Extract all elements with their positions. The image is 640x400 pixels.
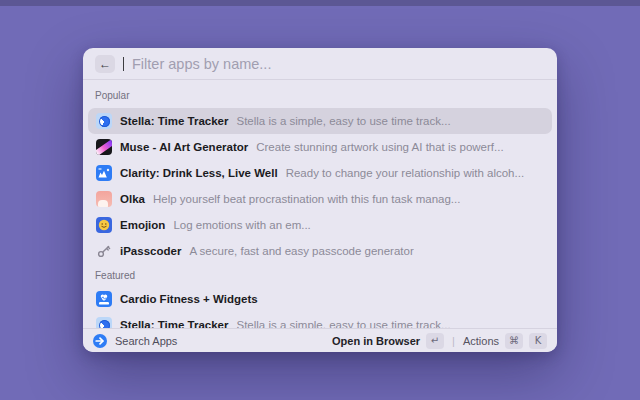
actions-button[interactable]: Actions ⌘ K: [463, 333, 547, 349]
actions-label: Actions: [463, 335, 499, 347]
return-keycap: ↵: [426, 333, 444, 349]
emojion-face-icon: [96, 217, 112, 233]
app-subtitle: Create stunning artwork using AI that is…: [256, 141, 503, 153]
k-keycap: K: [529, 333, 547, 349]
section-label-featured: Featured: [88, 270, 552, 282]
footer-divider: |: [452, 335, 455, 347]
muse-brush-icon: [96, 139, 112, 155]
app-subtitle: Ready to change your relationship with a…: [286, 167, 524, 179]
app-subtitle: Help yourself beat procrastination with …: [153, 193, 460, 205]
olka-mascot-icon: [96, 191, 112, 207]
search-input[interactable]: [132, 56, 545, 72]
desktop-menubar-shadow: [0, 0, 640, 6]
app-title: Muse - AI Art Generator: [120, 141, 248, 153]
clarity-landscape-icon: [96, 165, 112, 181]
app-row-olka[interactable]: Olka Help yourself beat procrastination …: [88, 186, 552, 212]
app-title: Stella: Time Tracker: [120, 115, 228, 127]
open-in-browser-button[interactable]: Open in Browser ↵: [332, 333, 444, 349]
app-title: Olka: [120, 193, 145, 205]
text-caret: [123, 57, 124, 71]
app-row-muse[interactable]: Muse - AI Art Generator Create stunning …: [88, 134, 552, 160]
app-list: Popular Stella: Time Tracker Stella is a…: [83, 81, 557, 352]
stella-clock-icon: [96, 113, 112, 129]
app-title: Clarity: Drink Less, Live Well: [120, 167, 278, 179]
cmd-keycap: ⌘: [505, 333, 523, 349]
window-footer: Search Apps Open in Browser ↵ | Actions …: [83, 328, 557, 352]
app-row-cardio[interactable]: Cardio Fitness + Widgets: [88, 286, 552, 312]
app-row-clarity[interactable]: Clarity: Drink Less, Live Well Ready to …: [88, 160, 552, 186]
app-subtitle: Log emotions with an em...: [173, 219, 310, 231]
app-row-ipasscoder[interactable]: iPasscoder A secure, fast and easy passc…: [88, 238, 552, 264]
open-in-browser-label: Open in Browser: [332, 335, 420, 347]
key-icon: [96, 243, 112, 259]
app-row-stella[interactable]: Stella: Time Tracker Stella is a simple,…: [88, 108, 552, 134]
cardio-heart-icon: [96, 291, 112, 307]
search-apps-icon: [93, 334, 107, 348]
app-title: Cardio Fitness + Widgets: [120, 293, 258, 305]
search-bar: ←: [83, 48, 557, 80]
back-button[interactable]: ←: [95, 55, 115, 73]
section-label-popular: Popular: [88, 90, 552, 102]
app-title: Emojion: [120, 219, 165, 231]
app-launcher-window: ← Popular Stella: Time Tracker Stella is…: [83, 48, 557, 352]
search-apps-label: Search Apps: [115, 335, 177, 347]
app-row-emojion[interactable]: Emojion Log emotions with an em...: [88, 212, 552, 238]
app-subtitle: Stella is a simple, easy to use time tra…: [236, 115, 450, 127]
app-title: iPasscoder: [120, 245, 181, 257]
app-subtitle: A secure, fast and easy passcode generat…: [189, 245, 413, 257]
